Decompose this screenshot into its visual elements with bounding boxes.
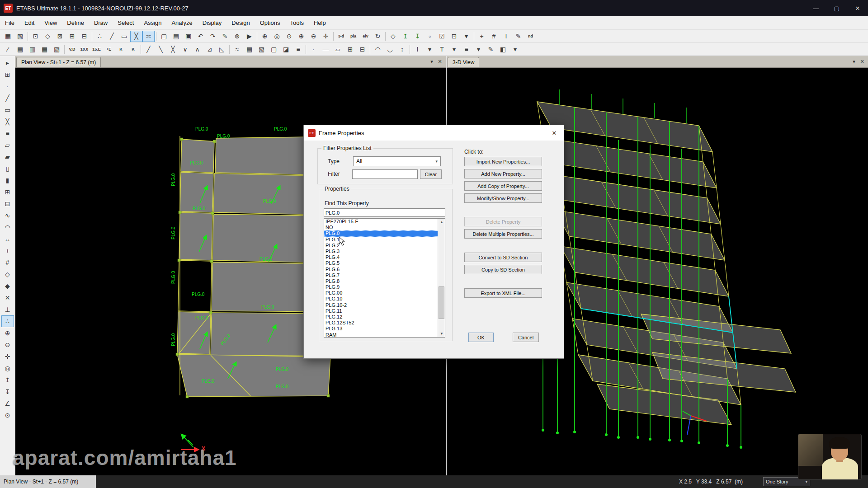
object-display-options-icon[interactable]: ⊡	[448, 31, 460, 42]
draw-axes-icon[interactable]: +	[476, 31, 488, 42]
clear-button[interactable]: Clear	[420, 169, 442, 179]
copy-to-sd-section-button[interactable]: Copy to SD Section	[464, 265, 542, 274]
toolbar-icon[interactable]	[408, 44, 411, 55]
view-plan-icon[interactable]: pla	[347, 31, 359, 42]
draw-floor-icon[interactable]: ▱	[1, 139, 14, 151]
scroll-down-icon[interactable]: ▼	[438, 330, 445, 337]
shear-diagram-icon[interactable]: ◡	[384, 44, 396, 55]
property-list-item[interactable]: PLG.13	[324, 326, 445, 332]
menu-item-select[interactable]: Select	[113, 16, 139, 30]
pan-icon[interactable]: ✛	[320, 31, 332, 42]
zoom-out-icon[interactable]: ⊖	[307, 31, 320, 42]
dialog-close-icon[interactable]: ✕	[545, 125, 564, 141]
snap-midpoints-icon[interactable]: ◆	[1, 280, 14, 292]
brace-v-icon[interactable]: ∨	[179, 44, 191, 55]
new-model-icon[interactable]: ▢	[158, 31, 170, 42]
zoom-in-icon[interactable]: ⊕	[295, 31, 307, 42]
menu-item-file[interactable]: File	[0, 16, 19, 30]
assign-frame-icon[interactable]: —	[320, 44, 332, 55]
line-style-icon[interactable]: ≡	[460, 44, 472, 55]
view-3d-strip-chevron-icon[interactable]: ▾	[850, 57, 858, 66]
quick-draw-braces-icon[interactable]: ╳	[1, 116, 14, 127]
view-3d-close-icon[interactable]: ✕	[858, 57, 866, 66]
select-intersecting-icon[interactable]: ⊠	[54, 31, 66, 42]
snap-lines-icon[interactable]: ≍	[142, 31, 155, 42]
properties-list[interactable]: IPE270PL15-ENOPLG.0PLG.1PLG.2PLG.3PLG.4P…	[324, 218, 445, 338]
type-dropdown[interactable]: All ▾	[353, 156, 441, 166]
quick-draw-floor-icon[interactable]: ▰	[1, 151, 14, 163]
show-selection-only-icon[interactable]: ☑	[436, 31, 448, 42]
property-list-item[interactable]: PLG.5	[324, 260, 445, 266]
toolbar-icon[interactable]	[304, 44, 307, 55]
property-list-item[interactable]: RAM	[324, 332, 445, 338]
snap-perpendicular-icon[interactable]: ⊥	[1, 304, 14, 315]
deck-ribbed-icon[interactable]: ≈	[231, 44, 243, 55]
named-views-icon[interactable]: ◎	[1, 362, 14, 374]
draw-reference-point-icon[interactable]: +	[1, 245, 14, 257]
zoom-out-step-icon[interactable]: ⊖	[1, 339, 14, 351]
draw-link-icon[interactable]: ∿	[1, 210, 14, 221]
axial-diagram-icon[interactable]: ↕	[396, 44, 408, 55]
line-color-icon[interactable]: ✎	[485, 44, 497, 55]
brace-x-icon[interactable]: ╳	[167, 44, 179, 55]
toolbar-icon[interactable]	[228, 44, 231, 55]
modify-show-property-button[interactable]: Modify/Show Property...	[464, 193, 542, 203]
quick-draw-frame-icon[interactable]: ▭	[1, 104, 14, 116]
toolbar-icon[interactable]	[472, 31, 476, 42]
clear-selection-icon[interactable]: ⊟	[78, 31, 90, 42]
property-list-item[interactable]: PLG.3	[324, 249, 445, 254]
shrink-objects-icon[interactable]: ▫	[424, 31, 436, 42]
i-section-dropdown-icon[interactable]: I	[411, 44, 424, 55]
down-one-story-icon[interactable]: ↧	[1, 386, 14, 398]
property-list-item[interactable]: PLG.6	[324, 267, 445, 272]
brace-chevron-icon[interactable]: ∧	[191, 44, 203, 55]
property-list-item[interactable]: NO	[324, 225, 445, 230]
delete-multiple-properties-button[interactable]: Delete Multiple Properties...	[464, 229, 542, 239]
multi-select-icon[interactable]: ⊞	[1, 69, 14, 80]
close-button[interactable]: ✕	[847, 0, 868, 16]
units-label-icon[interactable]: nd	[524, 31, 537, 42]
stair-icon[interactable]: ≡	[292, 44, 304, 55]
snap-grid-icon[interactable]: ╳	[130, 31, 142, 42]
toolbar-icon[interactable]	[368, 44, 372, 55]
draw-tendon-icon[interactable]: ◠	[1, 221, 14, 233]
edit-pen-icon[interactable]: ✎	[219, 31, 231, 42]
redo-icon[interactable]: ↷	[207, 31, 219, 42]
section-cut-icon[interactable]: ∕	[2, 44, 14, 55]
fill-color-icon[interactable]: ◧	[497, 44, 509, 55]
draw-line-icon[interactable]: ╱	[106, 31, 118, 42]
draw-joint-icon[interactable]: ∙	[1, 80, 14, 92]
zoom-full-icon[interactable]: ◎	[271, 31, 283, 42]
add-copy-of-property-button[interactable]: Add Copy of Property...	[464, 181, 542, 191]
draw-dimension-icon[interactable]: ↔	[1, 233, 14, 245]
toolbar-icon[interactable]	[26, 31, 29, 42]
plan-strip-chevron-icon[interactable]: ▾	[428, 57, 436, 66]
toolbar-icon[interactable]	[332, 31, 335, 42]
snap-joints-icon[interactable]: ◇	[1, 268, 14, 280]
ok-button[interactable]: OK	[468, 333, 494, 342]
hide-assignments-icon[interactable]: ⊟	[356, 44, 368, 55]
measure-angle-icon[interactable]: ∠	[1, 398, 14, 409]
perspective-toggle-icon[interactable]: ◇	[387, 31, 399, 42]
property-list-item[interactable]: PLG.7	[324, 272, 445, 278]
brace-forward-icon[interactable]: ╱	[142, 44, 155, 55]
zoom-rubber-band-icon[interactable]: ⊕	[259, 31, 271, 42]
menu-item-view[interactable]: View	[39, 16, 62, 30]
assign-shell-icon[interactable]: ▱	[332, 44, 344, 55]
draw-frame-icon[interactable]: ╱	[1, 92, 14, 104]
menu-item-assign[interactable]: Assign	[139, 16, 166, 30]
snap-nearest-icon[interactable]: ∴	[1, 315, 14, 327]
toolbar-icon[interactable]	[139, 44, 142, 55]
run-analysis-icon[interactable]: ▶	[243, 31, 255, 42]
ramp-icon[interactable]: ◪	[280, 44, 292, 55]
display-dropdown-icon[interactable]: ▾	[460, 31, 472, 42]
slab-section-icon[interactable]: ▦	[38, 44, 51, 55]
moment-diagram-icon[interactable]: ◠	[372, 44, 384, 55]
section-designer-icon[interactable]: ▧	[14, 31, 26, 42]
rotate-3d-view-icon[interactable]: ↻	[372, 31, 384, 42]
snap-points-icon[interactable]: ∴	[94, 31, 106, 42]
property-list-item[interactable]: PLG.11	[324, 308, 445, 314]
pan-view-icon[interactable]: ✛	[1, 351, 14, 362]
tab-3d-view[interactable]: 3-D View	[448, 57, 479, 67]
open-file-icon[interactable]: ▤	[170, 31, 182, 42]
